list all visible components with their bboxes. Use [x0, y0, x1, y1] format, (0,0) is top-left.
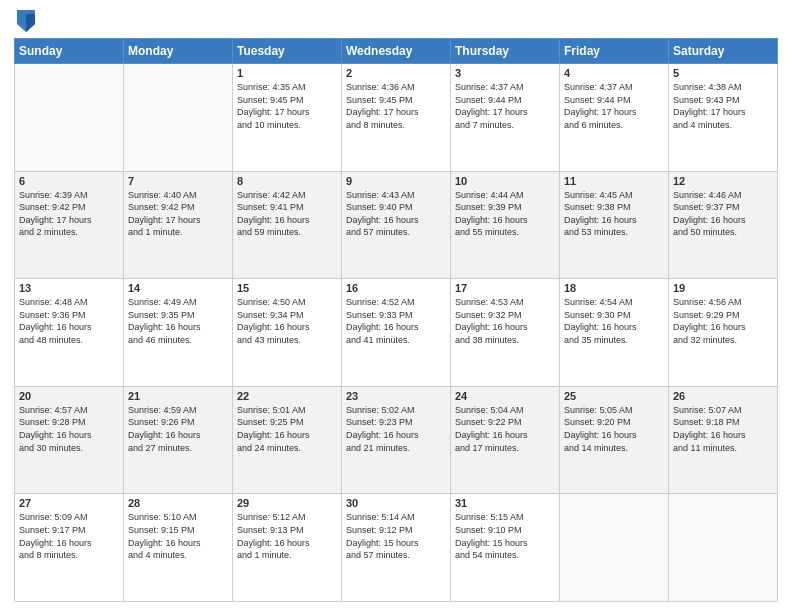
day-number: 29 [237, 497, 337, 509]
cell-info: Sunrise: 4:45 AM Sunset: 9:38 PM Dayligh… [564, 189, 664, 239]
calendar-week-row: 1Sunrise: 4:35 AM Sunset: 9:45 PM Daylig… [15, 64, 778, 172]
day-header-tuesday: Tuesday [233, 39, 342, 64]
cell-info: Sunrise: 4:42 AM Sunset: 9:41 PM Dayligh… [237, 189, 337, 239]
calendar-cell: 7Sunrise: 4:40 AM Sunset: 9:42 PM Daylig… [124, 171, 233, 279]
calendar-cell [124, 64, 233, 172]
day-header-monday: Monday [124, 39, 233, 64]
day-number: 20 [19, 390, 119, 402]
day-number: 1 [237, 67, 337, 79]
cell-info: Sunrise: 5:09 AM Sunset: 9:17 PM Dayligh… [19, 511, 119, 561]
calendar-cell: 6Sunrise: 4:39 AM Sunset: 9:42 PM Daylig… [15, 171, 124, 279]
day-number: 14 [128, 282, 228, 294]
cell-info: Sunrise: 4:56 AM Sunset: 9:29 PM Dayligh… [673, 296, 773, 346]
day-header-friday: Friday [560, 39, 669, 64]
day-number: 13 [19, 282, 119, 294]
calendar-cell: 29Sunrise: 5:12 AM Sunset: 9:13 PM Dayli… [233, 494, 342, 602]
cell-info: Sunrise: 4:35 AM Sunset: 9:45 PM Dayligh… [237, 81, 337, 131]
day-number: 18 [564, 282, 664, 294]
calendar-cell: 15Sunrise: 4:50 AM Sunset: 9:34 PM Dayli… [233, 279, 342, 387]
cell-info: Sunrise: 5:10 AM Sunset: 9:15 PM Dayligh… [128, 511, 228, 561]
day-number: 15 [237, 282, 337, 294]
cell-info: Sunrise: 4:36 AM Sunset: 9:45 PM Dayligh… [346, 81, 446, 131]
cell-info: Sunrise: 5:12 AM Sunset: 9:13 PM Dayligh… [237, 511, 337, 561]
calendar-cell: 13Sunrise: 4:48 AM Sunset: 9:36 PM Dayli… [15, 279, 124, 387]
day-number: 9 [346, 175, 446, 187]
day-number: 4 [564, 67, 664, 79]
calendar-cell: 27Sunrise: 5:09 AM Sunset: 9:17 PM Dayli… [15, 494, 124, 602]
calendar-cell [15, 64, 124, 172]
cell-info: Sunrise: 4:53 AM Sunset: 9:32 PM Dayligh… [455, 296, 555, 346]
calendar-cell [669, 494, 778, 602]
calendar-cell: 12Sunrise: 4:46 AM Sunset: 9:37 PM Dayli… [669, 171, 778, 279]
cell-info: Sunrise: 4:39 AM Sunset: 9:42 PM Dayligh… [19, 189, 119, 239]
day-header-saturday: Saturday [669, 39, 778, 64]
calendar-cell: 21Sunrise: 4:59 AM Sunset: 9:26 PM Dayli… [124, 386, 233, 494]
cell-info: Sunrise: 5:01 AM Sunset: 9:25 PM Dayligh… [237, 404, 337, 454]
calendar-cell: 18Sunrise: 4:54 AM Sunset: 9:30 PM Dayli… [560, 279, 669, 387]
svg-marker-1 [26, 14, 35, 32]
day-header-wednesday: Wednesday [342, 39, 451, 64]
calendar-cell: 17Sunrise: 4:53 AM Sunset: 9:32 PM Dayli… [451, 279, 560, 387]
calendar-cell: 11Sunrise: 4:45 AM Sunset: 9:38 PM Dayli… [560, 171, 669, 279]
calendar-week-row: 6Sunrise: 4:39 AM Sunset: 9:42 PM Daylig… [15, 171, 778, 279]
day-number: 28 [128, 497, 228, 509]
cell-info: Sunrise: 5:14 AM Sunset: 9:12 PM Dayligh… [346, 511, 446, 561]
calendar-cell: 8Sunrise: 4:42 AM Sunset: 9:41 PM Daylig… [233, 171, 342, 279]
day-number: 8 [237, 175, 337, 187]
day-number: 6 [19, 175, 119, 187]
calendar-week-row: 27Sunrise: 5:09 AM Sunset: 9:17 PM Dayli… [15, 494, 778, 602]
cell-info: Sunrise: 4:49 AM Sunset: 9:35 PM Dayligh… [128, 296, 228, 346]
cell-info: Sunrise: 4:57 AM Sunset: 9:28 PM Dayligh… [19, 404, 119, 454]
day-number: 2 [346, 67, 446, 79]
cell-info: Sunrise: 4:54 AM Sunset: 9:30 PM Dayligh… [564, 296, 664, 346]
cell-info: Sunrise: 5:05 AM Sunset: 9:20 PM Dayligh… [564, 404, 664, 454]
cell-info: Sunrise: 4:43 AM Sunset: 9:40 PM Dayligh… [346, 189, 446, 239]
day-number: 21 [128, 390, 228, 402]
cell-info: Sunrise: 4:59 AM Sunset: 9:26 PM Dayligh… [128, 404, 228, 454]
calendar-cell: 1Sunrise: 4:35 AM Sunset: 9:45 PM Daylig… [233, 64, 342, 172]
cell-info: Sunrise: 5:07 AM Sunset: 9:18 PM Dayligh… [673, 404, 773, 454]
cell-info: Sunrise: 4:44 AM Sunset: 9:39 PM Dayligh… [455, 189, 555, 239]
day-number: 26 [673, 390, 773, 402]
calendar-week-row: 20Sunrise: 4:57 AM Sunset: 9:28 PM Dayli… [15, 386, 778, 494]
cell-info: Sunrise: 4:48 AM Sunset: 9:36 PM Dayligh… [19, 296, 119, 346]
calendar-cell: 22Sunrise: 5:01 AM Sunset: 9:25 PM Dayli… [233, 386, 342, 494]
day-number: 11 [564, 175, 664, 187]
calendar-cell: 14Sunrise: 4:49 AM Sunset: 9:35 PM Dayli… [124, 279, 233, 387]
day-number: 30 [346, 497, 446, 509]
cell-info: Sunrise: 4:37 AM Sunset: 9:44 PM Dayligh… [564, 81, 664, 131]
cell-info: Sunrise: 4:38 AM Sunset: 9:43 PM Dayligh… [673, 81, 773, 131]
calendar-week-row: 13Sunrise: 4:48 AM Sunset: 9:36 PM Dayli… [15, 279, 778, 387]
calendar-cell: 28Sunrise: 5:10 AM Sunset: 9:15 PM Dayli… [124, 494, 233, 602]
day-number: 17 [455, 282, 555, 294]
calendar-table: SundayMondayTuesdayWednesdayThursdayFrid… [14, 38, 778, 602]
header [14, 10, 778, 32]
day-number: 31 [455, 497, 555, 509]
day-header-sunday: Sunday [15, 39, 124, 64]
calendar-cell: 31Sunrise: 5:15 AM Sunset: 9:10 PM Dayli… [451, 494, 560, 602]
logo-icon [17, 10, 35, 32]
day-number: 19 [673, 282, 773, 294]
day-number: 24 [455, 390, 555, 402]
calendar-cell: 25Sunrise: 5:05 AM Sunset: 9:20 PM Dayli… [560, 386, 669, 494]
calendar-cell: 30Sunrise: 5:14 AM Sunset: 9:12 PM Dayli… [342, 494, 451, 602]
calendar-cell: 4Sunrise: 4:37 AM Sunset: 9:44 PM Daylig… [560, 64, 669, 172]
cell-info: Sunrise: 5:15 AM Sunset: 9:10 PM Dayligh… [455, 511, 555, 561]
calendar-cell: 26Sunrise: 5:07 AM Sunset: 9:18 PM Dayli… [669, 386, 778, 494]
cell-info: Sunrise: 5:02 AM Sunset: 9:23 PM Dayligh… [346, 404, 446, 454]
cell-info: Sunrise: 4:46 AM Sunset: 9:37 PM Dayligh… [673, 189, 773, 239]
calendar-cell: 24Sunrise: 5:04 AM Sunset: 9:22 PM Dayli… [451, 386, 560, 494]
day-number: 10 [455, 175, 555, 187]
day-number: 25 [564, 390, 664, 402]
day-number: 22 [237, 390, 337, 402]
day-number: 27 [19, 497, 119, 509]
day-number: 3 [455, 67, 555, 79]
calendar-cell [560, 494, 669, 602]
day-number: 5 [673, 67, 773, 79]
calendar-cell: 9Sunrise: 4:43 AM Sunset: 9:40 PM Daylig… [342, 171, 451, 279]
day-number: 16 [346, 282, 446, 294]
calendar-header-row: SundayMondayTuesdayWednesdayThursdayFrid… [15, 39, 778, 64]
cell-info: Sunrise: 5:04 AM Sunset: 9:22 PM Dayligh… [455, 404, 555, 454]
calendar-cell: 23Sunrise: 5:02 AM Sunset: 9:23 PM Dayli… [342, 386, 451, 494]
day-header-thursday: Thursday [451, 39, 560, 64]
